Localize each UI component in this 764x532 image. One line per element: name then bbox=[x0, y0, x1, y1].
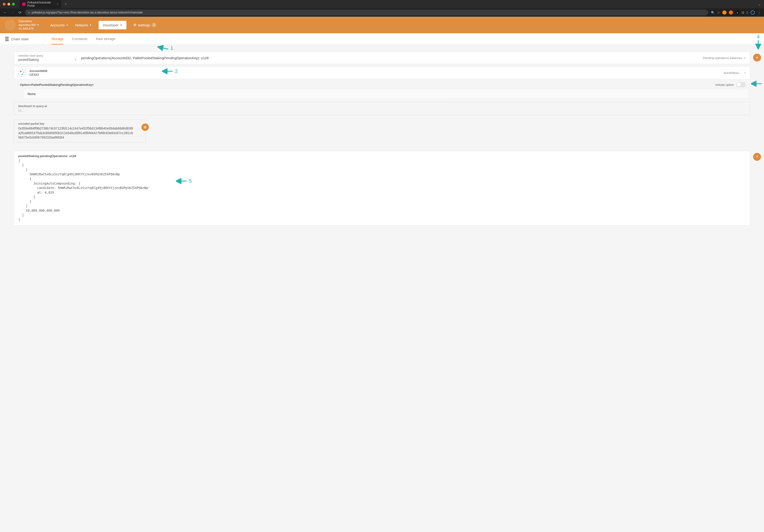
chevron-down-icon[interactable]: ▾ bbox=[744, 56, 746, 60]
result-body: [ [ [ 5HmRiRwChs6LsSszYqECg49jdHhYVjzevB… bbox=[18, 159, 746, 222]
chain-selector[interactable]: Dancebox dancebox/400 ▼ #1,449,476 bbox=[5, 19, 39, 31]
copy-icon bbox=[143, 126, 147, 129]
chain-sub: dancebox/400 ▼ bbox=[19, 23, 39, 27]
chevron-down-icon: ▼ bbox=[66, 24, 68, 26]
zoom-icon[interactable]: 🔍 bbox=[711, 11, 715, 14]
menu-accounts[interactable]: Accounts▼ bbox=[50, 21, 68, 29]
chevron-down-icon: ▼ bbox=[90, 24, 92, 26]
chain-block: #1,449,476 bbox=[19, 27, 39, 31]
option-row: Option<PalletPooledStakingPendingOperati… bbox=[14, 80, 750, 89]
window-minimize[interactable] bbox=[7, 3, 10, 6]
annotation-1: 1 bbox=[157, 45, 173, 51]
window-maximize[interactable] bbox=[12, 3, 15, 6]
blockhash-label: blockhash to query at bbox=[18, 104, 746, 108]
new-tab-button[interactable]: + bbox=[63, 1, 69, 7]
chevron-down-icon[interactable]: ▾ bbox=[744, 71, 746, 74]
breadcrumb-label: Chain state bbox=[11, 37, 29, 41]
nav-forward-button[interactable]: → bbox=[10, 10, 15, 15]
database-icon bbox=[5, 37, 9, 41]
encoded-key-card: encoded partial key 0x359e684ff9b0738b7d… bbox=[14, 120, 146, 143]
method-dropdown[interactable]: pendingOperations(AccountId32, PalletPoo… bbox=[81, 56, 698, 60]
include-option-toggle[interactable] bbox=[736, 82, 746, 87]
account-name: DEMO bbox=[29, 73, 720, 76]
toolbar-icons: 🔍 ☆ s ⧉ ▯ ⋮ bbox=[711, 10, 761, 15]
menu-developer[interactable]: Developer▼ bbox=[98, 21, 126, 29]
favicon-icon bbox=[22, 3, 26, 6]
tab-storage[interactable]: Storage bbox=[51, 34, 64, 45]
chain-logo bbox=[5, 19, 16, 31]
option-value: None bbox=[28, 92, 36, 96]
browser-tab[interactable]: Polkadot/Substrate Portal × bbox=[19, 0, 61, 9]
option-value-box: None bbox=[23, 89, 749, 99]
window-controls bbox=[3, 3, 15, 6]
field-label: selected state query bbox=[18, 54, 72, 58]
execute-query-button[interactable]: + bbox=[753, 54, 761, 62]
extension-icon-1[interactable] bbox=[722, 10, 726, 15]
account-short-address: 5HmRiRwC… ▾ bbox=[724, 71, 746, 75]
breadcrumb-arrow bbox=[43, 33, 46, 45]
state-query-card: selected state query pooledStaking ▾ pen… bbox=[14, 52, 750, 64]
tabs-overflow-icon[interactable]: ⌄ bbox=[758, 2, 761, 7]
chevron-down-icon[interactable]: ▾ bbox=[75, 58, 77, 61]
tab-raw-storage[interactable]: Raw storage bbox=[96, 34, 115, 45]
menu-settings[interactable]: ⚙ Settings 1 bbox=[133, 21, 156, 29]
chain-name: Dancebox bbox=[19, 19, 39, 23]
url-text: polkadot.js.org/apps/?rpc=wss://fraa-dan… bbox=[32, 11, 143, 14]
copy-button[interactable] bbox=[141, 123, 149, 131]
browser-tab-bar: Polkadot/Substrate Portal × + ⌄ bbox=[0, 0, 764, 8]
encoded-key-label: encoded partial key bbox=[18, 122, 141, 125]
account-input-card[interactable]: AccountId32 DEMO 5HmRiRwC… ▾ bbox=[14, 66, 750, 79]
blockhash-input[interactable]: 0x… bbox=[18, 109, 746, 112]
option-type-label: Option<PalletPooledStakingPendingOperati… bbox=[20, 83, 94, 86]
svg-line-1 bbox=[159, 45, 168, 51]
include-option-label: include option bbox=[715, 83, 734, 86]
profile-icon[interactable] bbox=[751, 10, 755, 15]
bookmark-star-icon[interactable]: ☆ bbox=[717, 10, 720, 15]
chain-info: Dancebox dancebox/400 ▼ #1,449,476 bbox=[19, 19, 39, 31]
extension-icon-2[interactable] bbox=[729, 10, 733, 15]
window-close[interactable] bbox=[3, 3, 6, 6]
settings-badge: 1 bbox=[152, 23, 156, 27]
breadcrumb: Chain state bbox=[5, 34, 29, 45]
identicon bbox=[18, 69, 26, 77]
chevron-down-icon: ▼ bbox=[37, 24, 39, 27]
encoded-key-value: 0x359e684ff9b0738b7dc97123fd114c2447e452… bbox=[18, 126, 141, 140]
chrome-menu-icon[interactable]: ⋮ bbox=[757, 10, 761, 15]
nav-reload-button[interactable]: ⟳ bbox=[18, 10, 22, 15]
side-panel-icon[interactable]: ▯ bbox=[746, 11, 748, 14]
url-field[interactable]: ⎋ polkadot.js.org/apps/?rpc=wss://fraa-d… bbox=[25, 10, 708, 16]
site-info-icon[interactable]: ⎋ bbox=[28, 11, 30, 14]
close-result-button[interactable]: × bbox=[753, 153, 761, 161]
blockhash-card: blockhash to query at 0x… bbox=[14, 102, 750, 115]
extensions-puzzle-icon[interactable]: ⧉ bbox=[742, 11, 744, 15]
svg-rect-4 bbox=[145, 127, 146, 128]
svg-rect-5 bbox=[144, 126, 146, 128]
sub-tabs: Chain state Storage Constants Raw storag… bbox=[0, 33, 764, 45]
module-dropdown[interactable]: pooledStaking bbox=[18, 58, 72, 62]
annotation-3: 3 bbox=[751, 81, 764, 87]
content-area: selected state query pooledStaking ▾ pen… bbox=[0, 45, 764, 232]
tab-close-icon[interactable]: × bbox=[57, 3, 58, 6]
menu-network[interactable]: Network▼ bbox=[75, 21, 92, 29]
address-bar-row: ← → ⟳ ⎋ polkadot.js.org/apps/?rpc=wss://… bbox=[0, 8, 764, 17]
chevron-down-icon: ▼ bbox=[120, 24, 122, 26]
browser-chrome: Polkadot/Substrate Portal × + ⌄ ← → ⟳ ⎋ … bbox=[0, 0, 764, 17]
tab-constants[interactable]: Constants bbox=[72, 34, 88, 45]
method-description: Pending operations balances. ▾ bbox=[703, 56, 746, 60]
param-type-label: AccountId32 bbox=[29, 69, 720, 72]
gear-icon: ⚙ bbox=[133, 23, 136, 27]
tab-title: Polkadot/Substrate Portal bbox=[27, 1, 55, 7]
extension-icon-3[interactable]: s bbox=[735, 10, 739, 15]
result-card: pooledStaking.pendingOperations: u128 [ … bbox=[14, 151, 750, 225]
result-head: pooledStaking.pendingOperations: u128 bbox=[18, 154, 746, 158]
top-nav: Dancebox dancebox/400 ▼ #1,449,476 Accou… bbox=[0, 17, 764, 33]
nav-back-button[interactable]: ← bbox=[3, 10, 7, 15]
top-menu: Accounts▼ Network▼ Developer▼ ⚙ Settings… bbox=[50, 21, 156, 29]
